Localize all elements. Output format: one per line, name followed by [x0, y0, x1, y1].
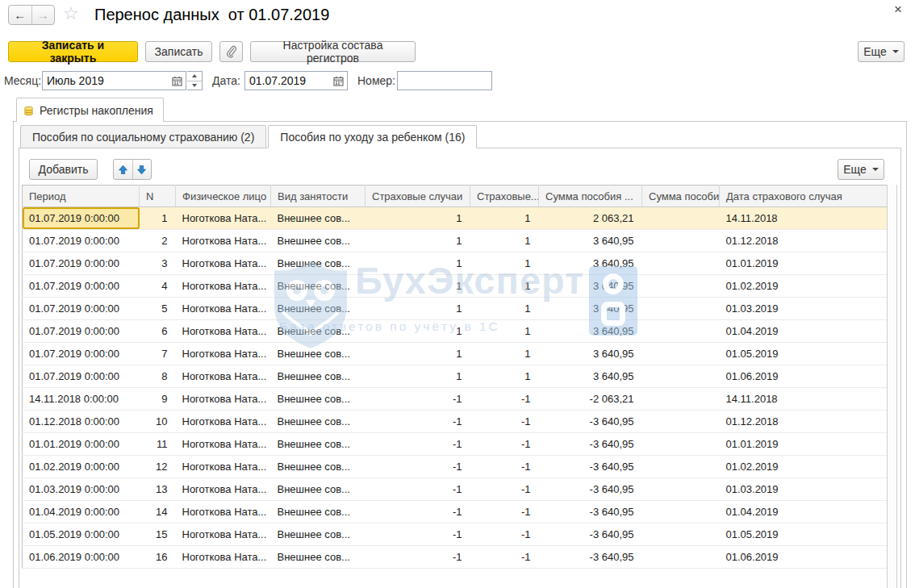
- more-button-grid[interactable]: Еще: [838, 159, 884, 180]
- table-cell[interactable]: Внешнее сов...: [271, 298, 366, 320]
- table-cell[interactable]: [642, 298, 720, 320]
- table-cell[interactable]: [642, 456, 720, 478]
- table-row[interactable]: 01.07.2019 0:00:005Ноготкова Ната...Внеш…: [23, 298, 889, 320]
- table-cell[interactable]: [642, 207, 720, 230]
- table-cell[interactable]: 14.11.2018: [720, 207, 889, 230]
- table-cell[interactable]: [642, 230, 720, 252]
- table-cell[interactable]: 1: [366, 298, 470, 320]
- month-input[interactable]: [43, 72, 186, 90]
- table-cell[interactable]: Ноготкова Ната...: [176, 433, 271, 456]
- move-up-button[interactable]: [114, 160, 132, 179]
- column-header[interactable]: Страховые...: [470, 186, 539, 207]
- table-cell[interactable]: -1: [366, 501, 470, 523]
- table-cell[interactable]: -1: [470, 546, 539, 569]
- table-cell[interactable]: 01.03.2019: [720, 478, 889, 501]
- table-row[interactable]: 01.12.2018 0:00:0010Ноготкова Ната...Вне…: [23, 411, 889, 433]
- table-cell[interactable]: 01.12.2018: [720, 411, 889, 433]
- table-cell[interactable]: Внешнее сов...: [271, 388, 366, 411]
- table-cell[interactable]: [642, 320, 720, 343]
- table-cell[interactable]: 1: [470, 343, 539, 365]
- column-header[interactable]: Страховые случаи: [366, 186, 470, 207]
- table-cell[interactable]: 3 640,95: [539, 365, 642, 388]
- table-cell[interactable]: [642, 523, 720, 546]
- table-cell[interactable]: 01.01.2019: [720, 252, 889, 275]
- column-header[interactable]: Физическое лицо: [176, 186, 271, 207]
- table-cell[interactable]: 01.06.2019 0:00:00: [23, 546, 140, 569]
- table-cell[interactable]: 01.04.2019 0:00:00: [23, 501, 140, 523]
- table-cell[interactable]: [642, 478, 720, 501]
- table-cell[interactable]: 14: [140, 501, 176, 523]
- table-cell[interactable]: 1: [470, 207, 539, 230]
- table-cell[interactable]: 1: [470, 252, 539, 275]
- table-cell[interactable]: Ноготкова Ната...: [176, 478, 271, 501]
- column-header[interactable]: N: [140, 186, 176, 207]
- table-cell[interactable]: 5: [140, 298, 176, 320]
- table-cell[interactable]: 01.04.2019: [720, 320, 889, 343]
- table-cell[interactable]: [642, 433, 720, 456]
- table-cell[interactable]: -1: [366, 411, 470, 433]
- month-calendar-button[interactable]: [169, 73, 185, 89]
- favorite-star-icon[interactable]: ☆: [63, 3, 79, 24]
- table-row[interactable]: 01.07.2019 0:00:008Ноготкова Ната...Внеш…: [23, 365, 889, 388]
- back-button[interactable]: ←: [9, 6, 31, 24]
- table-row[interactable]: 14.11.2018 0:00:009Ноготкова Ната...Внеш…: [23, 388, 889, 411]
- table-cell[interactable]: 01.12.2018 0:00:00: [23, 411, 140, 433]
- table-cell[interactable]: -3 640,95: [539, 501, 642, 523]
- table-cell[interactable]: -1: [470, 501, 539, 523]
- table-cell[interactable]: Ноготкова Ната...: [176, 207, 271, 230]
- table-cell[interactable]: Внешнее сов...: [271, 546, 366, 569]
- table-cell[interactable]: Ноготкова Ната...: [176, 365, 271, 388]
- table-cell[interactable]: 01.03.2019 0:00:00: [23, 478, 140, 501]
- table-cell[interactable]: -3 640,95: [539, 456, 642, 478]
- close-icon[interactable]: ×: [894, 2, 902, 18]
- table-cell[interactable]: 01.05.2019: [720, 343, 889, 365]
- table-cell[interactable]: [642, 411, 720, 433]
- table-cell[interactable]: Внешнее сов...: [271, 501, 366, 523]
- table-cell[interactable]: 3 640,95: [539, 298, 642, 320]
- table-cell[interactable]: 3: [140, 252, 176, 275]
- table-cell[interactable]: 01.01.2019 0:00:00: [23, 433, 140, 456]
- table-cell[interactable]: 8: [140, 365, 176, 388]
- table-cell[interactable]: 11: [140, 433, 176, 456]
- table-cell[interactable]: 1: [470, 320, 539, 343]
- table-cell[interactable]: Ноготкова Ната...: [176, 501, 271, 523]
- table-row[interactable]: 01.05.2019 0:00:0015Ноготкова Ната...Вне…: [23, 523, 889, 546]
- table-cell[interactable]: -1: [470, 411, 539, 433]
- table-cell[interactable]: 3 640,95: [539, 320, 642, 343]
- table-cell[interactable]: 01.12.2018: [720, 230, 889, 252]
- table-cell[interactable]: 3 640,95: [539, 275, 642, 298]
- table-cell[interactable]: 01.01.2019: [720, 433, 889, 456]
- table-row[interactable]: 01.07.2019 0:00:007Ноготкова Ната...Внеш…: [23, 343, 889, 365]
- move-down-button[interactable]: [132, 160, 152, 179]
- table-cell[interactable]: 01.05.2019 0:00:00: [23, 523, 140, 546]
- table-row[interactable]: 01.06.2019 0:00:0016Ноготкова Ната...Вне…: [23, 546, 889, 569]
- table-cell[interactable]: -3 640,95: [539, 433, 642, 456]
- table-cell[interactable]: 1: [366, 343, 470, 365]
- table-cell[interactable]: Внешнее сов...: [271, 478, 366, 501]
- table-cell[interactable]: 01.02.2019: [720, 456, 889, 478]
- table-cell[interactable]: Ноготкова Ната...: [176, 456, 271, 478]
- table-row[interactable]: 01.04.2019 0:00:0014Ноготкова Ната...Вне…: [23, 501, 889, 523]
- table-cell[interactable]: 1: [470, 365, 539, 388]
- table-cell[interactable]: 01.07.2019 0:00:00: [23, 252, 140, 275]
- table-cell[interactable]: [642, 388, 720, 411]
- tab-child-care-benefits[interactable]: Пособия по уходу за ребенком (16): [268, 125, 477, 148]
- table-cell[interactable]: Внешнее сов...: [271, 207, 366, 230]
- table-cell[interactable]: 14.11.2018 0:00:00: [23, 388, 140, 411]
- month-stepper[interactable]: [187, 71, 203, 90]
- number-input[interactable]: [398, 72, 491, 90]
- table-row[interactable]: 01.07.2019 0:00:006Ноготкова Ната...Внеш…: [23, 320, 889, 343]
- table-cell[interactable]: 1: [366, 230, 470, 252]
- tab-accumulation-registers[interactable]: Регистры накопления: [16, 98, 164, 122]
- table-cell[interactable]: 3 640,95: [539, 230, 642, 252]
- table-cell[interactable]: -1: [470, 523, 539, 546]
- table-cell[interactable]: 1: [366, 320, 470, 343]
- table-cell[interactable]: 01.05.2019: [720, 523, 889, 546]
- table-cell[interactable]: Ноготкова Ната...: [176, 275, 271, 298]
- table-cell[interactable]: Ноготкова Ната...: [176, 343, 271, 365]
- save-and-close-button[interactable]: Записать и закрыть: [8, 41, 138, 62]
- table-cell[interactable]: 4: [140, 275, 176, 298]
- table-cell[interactable]: 01.06.2019: [720, 365, 889, 388]
- column-header[interactable]: Дата страхового случая: [720, 186, 889, 207]
- table-cell[interactable]: -1: [366, 523, 470, 546]
